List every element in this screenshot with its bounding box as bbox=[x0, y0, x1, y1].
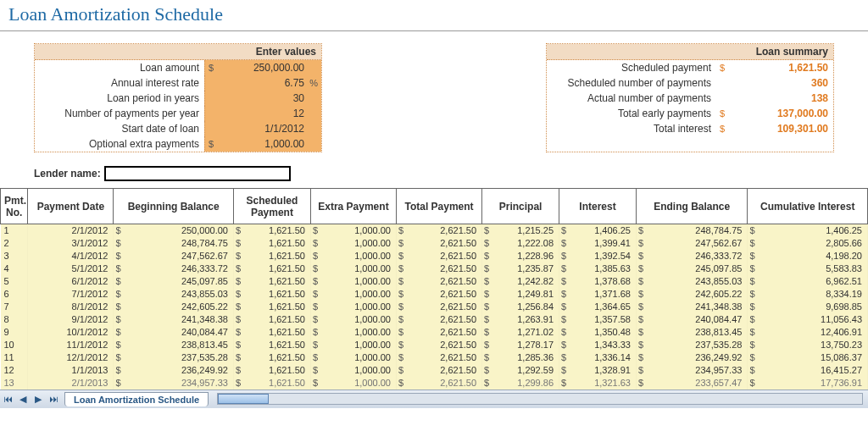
cell-pmt-no: 8 bbox=[1, 313, 28, 326]
cell-total-payment: $2,621.50 bbox=[396, 224, 481, 237]
summary-cell: $137,000.00 bbox=[716, 106, 833, 121]
loan-summary-panel: Loan summary Scheduled payment$1,621.50S… bbox=[546, 43, 834, 152]
nav-next-icon[interactable]: ▶ bbox=[31, 392, 46, 406]
table-row[interactable]: 23/1/2012$248,784.75$1,621.50$1,000.00$2… bbox=[1, 237, 868, 250]
table-row[interactable]: 910/1/2012$240,084.47$1,621.50$1,000.00$… bbox=[1, 326, 868, 339]
cell-extra-payment: $1,000.00 bbox=[310, 313, 396, 326]
cell-principal: $1,263.91 bbox=[482, 313, 559, 326]
cell-date: 5/1/2012 bbox=[28, 262, 114, 275]
enter-values-panel: Enter values Loan amount$250,000.00Annua… bbox=[34, 43, 322, 152]
cell-principal: $1,242.82 bbox=[482, 275, 559, 288]
lender-name-input[interactable] bbox=[104, 166, 291, 181]
cell-principal: $1,292.59 bbox=[482, 364, 559, 377]
cell-date: 4/1/2012 bbox=[28, 250, 114, 262]
input-cell[interactable]: 12 bbox=[204, 106, 321, 121]
sheet-tab-active[interactable]: Loan Amortization Schedule bbox=[64, 392, 209, 406]
cell-date: 9/1/2012 bbox=[28, 313, 114, 326]
cell-interest: $1,336.14 bbox=[559, 351, 637, 364]
cell-date: 6/1/2012 bbox=[28, 275, 114, 288]
cell-total-payment: $2,621.50 bbox=[396, 377, 481, 390]
column-header: Ending Balance bbox=[637, 189, 748, 224]
column-header: Extra Payment bbox=[310, 189, 396, 224]
column-header: Payment Date bbox=[28, 189, 114, 224]
column-header: Beginning Balance bbox=[114, 189, 234, 224]
summary-label: Actual number of payments bbox=[547, 92, 716, 104]
cell-scheduled-payment: $1,621.50 bbox=[233, 377, 310, 390]
cell-pmt-no: 7 bbox=[1, 301, 28, 313]
input-cell[interactable]: 6.75% bbox=[204, 75, 321, 91]
amortization-table: Pmt. No.Payment DateBeginning BalanceSch… bbox=[0, 188, 868, 390]
summary-cell: $1,621.50 bbox=[716, 60, 833, 75]
cell-beginning-balance: $246,333.72 bbox=[114, 262, 234, 275]
cell-extra-payment: $1,000.00 bbox=[310, 250, 396, 262]
cell-interest: $1,364.65 bbox=[559, 301, 637, 313]
cell-ending-balance: $238,813.45 bbox=[637, 326, 748, 339]
cell-date: 2/1/2012 bbox=[28, 224, 114, 237]
table-row[interactable]: 67/1/2012$243,855.03$1,621.50$1,000.00$2… bbox=[1, 288, 868, 301]
table-row[interactable]: 45/1/2012$246,333.72$1,621.50$1,000.00$2… bbox=[1, 262, 868, 275]
table-row[interactable]: 89/1/2012$241,348.38$1,621.50$1,000.00$2… bbox=[1, 313, 868, 326]
cell-pmt-no: 12 bbox=[1, 364, 28, 377]
cell-ending-balance: $245,097.85 bbox=[637, 262, 748, 275]
cell-ending-balance: $243,855.03 bbox=[637, 275, 748, 288]
cell-ending-balance: $241,348.38 bbox=[637, 301, 748, 313]
table-row[interactable]: 78/1/2012$242,605.22$1,621.50$1,000.00$2… bbox=[1, 301, 868, 313]
cell-pmt-no: 13 bbox=[1, 377, 28, 390]
cell-principal: $1,222.08 bbox=[482, 237, 559, 250]
summary-label: Scheduled payment bbox=[547, 62, 716, 74]
cell-total-payment: $2,621.50 bbox=[396, 275, 481, 288]
cell-cumulative-interest: $13,750.23 bbox=[748, 339, 868, 351]
table-row[interactable]: 12/1/2012$250,000.00$1,621.50$1,000.00$2… bbox=[1, 224, 868, 237]
input-label: Loan period in years bbox=[35, 92, 204, 104]
cell-total-payment: $2,621.50 bbox=[396, 364, 481, 377]
cell-interest: $1,406.25 bbox=[559, 224, 637, 237]
nav-prev-icon[interactable]: ◀ bbox=[15, 392, 31, 406]
summary-value: 138 bbox=[732, 92, 830, 104]
cell-cumulative-interest: $17,736.91 bbox=[748, 377, 868, 390]
cell-date: 11/1/2012 bbox=[28, 339, 114, 351]
currency-symbol: $ bbox=[720, 108, 732, 119]
cell-interest: $1,371.68 bbox=[559, 288, 637, 301]
cell-extra-payment: $1,000.00 bbox=[310, 275, 396, 288]
nav-last-icon[interactable]: ⏭ bbox=[46, 392, 61, 406]
table-row[interactable]: 34/1/2012$247,562.67$1,621.50$1,000.00$2… bbox=[1, 250, 868, 262]
column-header: Principal bbox=[482, 189, 559, 224]
cell-beginning-balance: $243,855.03 bbox=[114, 288, 234, 301]
table-row[interactable]: 121/1/2013$236,249.92$1,621.50$1,000.00$… bbox=[1, 364, 868, 377]
input-cell[interactable]: 30 bbox=[204, 91, 321, 106]
cell-total-payment: $2,621.50 bbox=[396, 237, 481, 250]
cell-date: 8/1/2012 bbox=[28, 301, 114, 313]
cell-total-payment: $2,621.50 bbox=[396, 313, 481, 326]
cell-cumulative-interest: $15,086.37 bbox=[748, 351, 868, 364]
column-header: Scheduled Payment bbox=[233, 189, 310, 224]
cell-extra-payment: $1,000.00 bbox=[310, 326, 396, 339]
cell-scheduled-payment: $1,621.50 bbox=[233, 313, 310, 326]
input-cell[interactable]: $250,000.00 bbox=[204, 60, 321, 75]
cell-pmt-no: 6 bbox=[1, 288, 28, 301]
cell-beginning-balance: $248,784.75 bbox=[114, 237, 234, 250]
summary-label: Total early payments bbox=[547, 108, 716, 119]
nav-first-icon[interactable]: ⏮ bbox=[0, 392, 15, 406]
table-row[interactable]: 1112/1/2012$237,535.28$1,621.50$1,000.00… bbox=[1, 351, 868, 364]
cell-extra-payment: $1,000.00 bbox=[310, 301, 396, 313]
table-row[interactable]: 132/1/2013$234,957.33$1,621.50$1,000.00$… bbox=[1, 377, 868, 390]
cell-interest: $1,350.48 bbox=[559, 326, 637, 339]
cell-cumulative-interest: $5,583.83 bbox=[748, 262, 868, 275]
cell-principal: $1,278.17 bbox=[482, 339, 559, 351]
cell-date: 2/1/2013 bbox=[28, 377, 114, 390]
cell-ending-balance: $237,535.28 bbox=[637, 339, 748, 351]
unit-symbol: % bbox=[306, 78, 318, 88]
input-cell[interactable]: $1,000.00 bbox=[204, 136, 321, 152]
cell-pmt-no: 2 bbox=[1, 237, 28, 250]
cell-principal: $1,256.84 bbox=[482, 301, 559, 313]
table-row[interactable]: 1011/1/2012$238,813.45$1,621.50$1,000.00… bbox=[1, 339, 868, 351]
cell-total-payment: $2,621.50 bbox=[396, 351, 481, 364]
cell-date: 3/1/2012 bbox=[28, 237, 114, 250]
input-cell[interactable]: 1/1/2012 bbox=[204, 121, 321, 136]
cell-scheduled-payment: $1,621.50 bbox=[233, 262, 310, 275]
horizontal-scrollbar[interactable] bbox=[217, 393, 863, 405]
table-row[interactable]: 56/1/2012$245,097.85$1,621.50$1,000.00$2… bbox=[1, 275, 868, 288]
column-header: Cumulative Interest bbox=[748, 189, 868, 224]
input-label: Optional extra payments bbox=[35, 138, 204, 150]
cell-interest: $1,357.58 bbox=[559, 313, 637, 326]
